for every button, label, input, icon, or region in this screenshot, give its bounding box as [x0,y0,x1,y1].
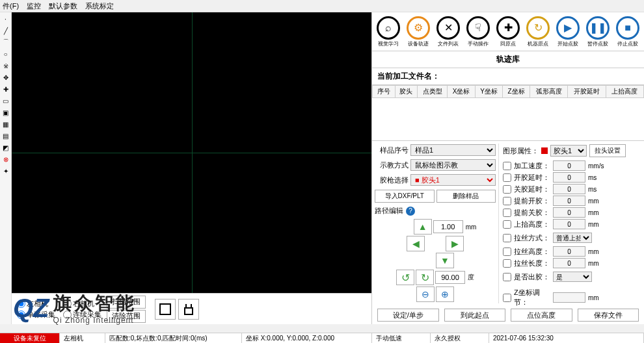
tool-star-icon[interactable]: ✦ [0,166,11,176]
red-square-icon [541,147,548,154]
col-header: 点类型 [418,86,448,98]
help-icon[interactable]: ? [406,207,415,216]
z-adjust-input[interactable] [553,292,585,303]
angle-input[interactable] [435,271,465,284]
glue-sel-select[interactable]: ■ 胶头1 [410,174,496,186]
arrow-pad: ▲ mm ◀ ▶ ▼ ↺ ↻ 度 [375,219,496,302]
menu-monitor[interactable]: 监控 [27,1,41,11]
col-header: X坐标 [448,86,475,98]
menu-file[interactable]: 件(F) [3,1,19,11]
current-filename-label: 当前加工文件名： [372,68,644,85]
glue-sel-label: 胶枪选择 [375,175,409,185]
tool-grid-icon[interactable]: ▦ [0,119,11,129]
tool-rect-icon[interactable]: ▭ [0,95,11,106]
sample-no-label: 样品序号 [375,146,409,155]
camera-left-radio[interactable]: 左相机 [17,299,55,309]
glue-out-check[interactable] [503,273,511,281]
camera-right-radio[interactable]: 右相机 [63,299,101,309]
rotate-cw-button[interactable]: ↻ [416,270,434,285]
scan-range-button[interactable]: 扫描范围 [107,296,146,309]
tool-diag-icon[interactable]: ◩ [0,142,11,153]
shape-tool-icon[interactable] [178,299,199,320]
capture-single-radio[interactable]: 单张采集 [17,310,55,320]
z-adjust-check[interactable] [503,294,511,302]
param-input[interactable] [553,246,585,257]
tool-line-icon[interactable]: ╱ [0,25,11,36]
tool-cross-icon[interactable]: ✥ [0,72,11,83]
menu-defaults[interactable]: 默认参数 [49,1,77,11]
param-check[interactable] [503,173,511,182]
delete-sample-button[interactable]: 删除样品 [436,190,496,203]
tool-dot-icon[interactable]: · [0,14,11,24]
param-input[interactable] [553,172,585,183]
glue-head-select[interactable]: 胶头1 [550,145,587,157]
sample-no-select[interactable]: 样品1 [410,144,496,156]
col-header: 序号 [373,86,396,98]
main-toolbar: ⌕视觉学习⚙设备轨迹✕文件列表☟手动操作✚回原点↻机器原点▶开始点胶❚❚暂停点胶… [372,12,644,51]
wire-mode-check[interactable] [503,234,511,242]
point-height-button[interactable]: 点位高度 [511,309,572,322]
param-input[interactable] [553,258,585,268]
param-check[interactable] [503,259,511,268]
stop-icon[interactable]: ■停止点胶 [613,14,643,50]
arrow-left-button[interactable]: ◀ [407,236,425,251]
pause-icon[interactable]: ❚❚暂停点胶 [583,14,613,50]
left-toolbar: · ╱ ⌒ ○ ※ ✥ ✚ ▭ ▣ ▦ ▤ ◩ ⊗ ✦ [0,12,12,324]
tool-rect2-icon[interactable]: ▣ [0,107,11,118]
col-header: Z坐标 [503,86,530,98]
arrow-up-button[interactable]: ▲ [414,219,432,235]
zoom-out-button[interactable]: ⊖ [416,286,435,302]
tool-arc-icon[interactable]: ⌒ [0,37,11,47]
col-header: 胶头 [395,86,418,98]
param-check[interactable] [503,162,511,170]
data-table[interactable]: 序号胶头点类型X坐标Y坐标Z坐标弧形高度开胶延时上抬高度 [372,85,644,141]
zoom-in-button[interactable]: ⊕ [436,286,454,302]
param-input[interactable] [553,196,585,206]
wire-mode-select[interactable]: 普通上抬 [553,233,592,243]
status-coords: 坐标 X:0.000, Y:0.000, Z:0.000 [242,333,372,343]
param-check[interactable] [503,248,511,256]
tool-sel-icon[interactable]: ▤ [0,131,11,141]
teach-mode-select[interactable]: 鼠标绘图示教 [410,159,496,171]
glue-out-select[interactable]: 是 [553,272,592,282]
param-check[interactable] [503,220,511,229]
step-input[interactable] [433,220,463,233]
tool-bolt-icon[interactable]: ※ [0,60,11,71]
crosshair-v [192,12,193,293]
rect-shape-icon[interactable] [155,299,176,320]
play-icon[interactable]: ▶开始点胶 [553,14,583,50]
import-dxf-button[interactable]: 导入DXF/PLT [375,190,435,203]
param-check[interactable] [503,209,511,217]
col-header: 弧形高度 [530,86,568,98]
settings-icon[interactable]: ⚙设备轨迹 [403,14,433,50]
manual-icon[interactable]: ☟手动操作 [463,14,493,50]
tools-icon[interactable]: ✕文件列表 [433,14,463,50]
rotate-ccw-button[interactable]: ↺ [396,270,414,285]
param-check[interactable] [503,185,511,194]
drawing-canvas[interactable] [12,12,371,293]
arrow-down-button[interactable]: ▼ [436,253,454,268]
status-camera: 左相机 [60,333,105,343]
tool-circle-icon[interactable]: ○ [0,49,11,59]
goto-start-button[interactable]: 到此起点 [444,309,506,322]
arrow-right-button[interactable]: ▶ [446,236,464,251]
col-header: 上抬高度 [606,86,643,98]
tool-plus-icon[interactable]: ✚ [0,84,11,94]
center-icon[interactable]: ✚回原点 [493,14,523,50]
param-check[interactable] [503,197,511,205]
param-input[interactable] [553,219,585,229]
capture-cont-radio[interactable]: 连续采集 [63,310,101,320]
param-input[interactable] [553,160,585,171]
origin-icon[interactable]: ↻机器原点 [523,14,553,50]
search-icon[interactable]: ⌕视觉学习 [373,14,403,50]
graph-prop-label: 图形属性： [503,146,539,156]
clear-range-button[interactable]: 清除范围 [107,310,146,323]
param-input[interactable] [553,184,585,194]
save-file-button[interactable]: 保存文件 [578,309,639,322]
menu-system[interactable]: 系统标定 [85,1,114,11]
tool-del-icon[interactable]: ⊗ [0,154,11,164]
col-header: 开胶延时 [568,86,606,98]
set-step-button[interactable]: 设定/单步 [377,309,439,322]
switch-settings-button[interactable]: 拉头设置 [589,144,626,157]
param-input[interactable] [553,207,585,218]
